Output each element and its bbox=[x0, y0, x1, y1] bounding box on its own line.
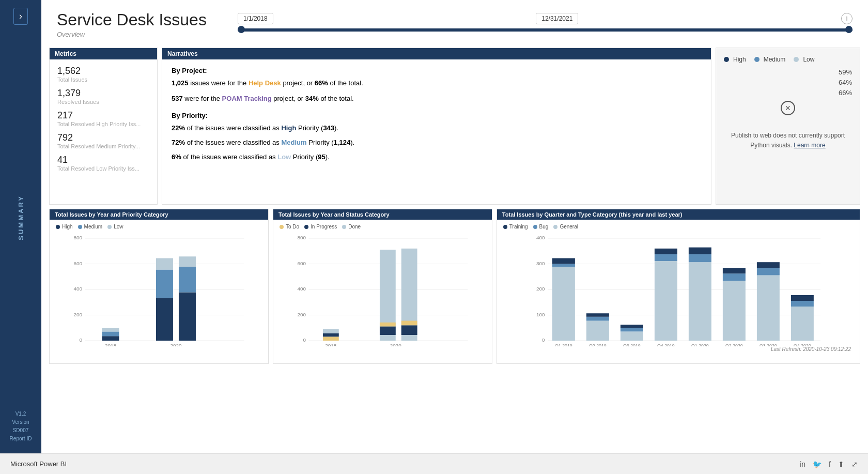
svg-text:Q4 2019: Q4 2019 bbox=[657, 343, 675, 346]
p1-count: 343 bbox=[323, 124, 334, 132]
label-done: Done bbox=[348, 224, 361, 230]
svg-rect-58 bbox=[621, 331, 643, 341]
legend-row-high: High Medium Low bbox=[724, 56, 852, 63]
chart2-legend-todo: To Do bbox=[280, 224, 299, 230]
svg-rect-70 bbox=[757, 276, 780, 341]
p2-end: ). bbox=[350, 139, 354, 146]
dot-medium bbox=[78, 225, 82, 229]
date-row: 1/1/2018 12/31/2021 i bbox=[238, 13, 853, 24]
svg-text:300: 300 bbox=[536, 261, 545, 266]
line1-pct: 66% bbox=[315, 79, 328, 87]
label-high: High bbox=[62, 224, 73, 230]
p1-pct: 22% bbox=[172, 124, 185, 132]
line2-end: of the total. bbox=[320, 95, 353, 102]
p1-mid: of the issues were classified as bbox=[187, 124, 282, 132]
line2-count: 537 bbox=[172, 95, 183, 102]
dot-training bbox=[503, 225, 507, 229]
chart1-legend-low: Low bbox=[107, 224, 123, 230]
priority-line-low: 6% of the issues were classified as Low … bbox=[172, 151, 702, 163]
bar-chart-3: 400 300 200 100 0 bbox=[503, 233, 854, 346]
svg-rect-38 bbox=[401, 325, 417, 335]
svg-text:Q4 2020: Q4 2020 bbox=[794, 343, 811, 346]
legend-card: High Medium Low 59% 64% 66% ✕ Publish to… bbox=[716, 48, 860, 205]
date-end[interactable]: 12/31/2021 bbox=[536, 13, 578, 24]
svg-text:Q1 2019: Q1 2019 bbox=[555, 343, 572, 346]
svg-text:2018: 2018 bbox=[325, 343, 337, 346]
p2-count: 1,124 bbox=[334, 139, 351, 146]
legend-dot-low bbox=[794, 57, 799, 62]
close-button[interactable]: ✕ bbox=[781, 101, 795, 115]
narratives-title: Narratives bbox=[162, 48, 711, 59]
priority-line-medium: 72% of the issues were classified as Med… bbox=[172, 137, 702, 148]
svg-rect-74 bbox=[791, 301, 814, 307]
footer-icons: in 🐦 f ⬆ ⤢ bbox=[800, 460, 858, 468]
title-section: Service Desk Issues Overview bbox=[57, 10, 207, 38]
svg-rect-52 bbox=[552, 267, 575, 341]
metric-label: Total Resolved High Priority Iss... bbox=[57, 121, 149, 127]
chart2-legend-inprogress: In Progress bbox=[304, 224, 337, 230]
svg-rect-53 bbox=[552, 264, 575, 267]
line1-end: of the total. bbox=[330, 79, 363, 87]
facebook-icon[interactable]: f bbox=[829, 460, 831, 468]
share-icon[interactable]: ⬆ bbox=[838, 460, 844, 468]
svg-rect-33 bbox=[323, 329, 339, 333]
svg-rect-13 bbox=[156, 298, 173, 341]
range-slider[interactable] bbox=[238, 28, 853, 32]
chart1-title: Total Issues by Year and Priority Catego… bbox=[50, 209, 268, 220]
metric-value: 792 bbox=[57, 132, 149, 143]
svg-text:400: 400 bbox=[297, 286, 306, 292]
bar-chart-svg-2: 800 600 400 200 0 bbox=[280, 233, 486, 346]
metric-resolved-issues: 1,379 Resolved Issues bbox=[57, 88, 149, 105]
sidebar-toggle[interactable]: › bbox=[13, 8, 28, 25]
svg-rect-12 bbox=[102, 328, 119, 332]
svg-text:Q3 2019: Q3 2019 bbox=[623, 343, 641, 346]
p1-end: ). bbox=[334, 124, 338, 132]
chart-type: Total Issues by Quarter and Type Categor… bbox=[497, 209, 860, 364]
poam-link[interactable]: POAM Tracking bbox=[222, 95, 272, 102]
svg-rect-36 bbox=[380, 323, 396, 327]
label-general: General bbox=[560, 224, 578, 230]
dot-low bbox=[107, 225, 112, 229]
metric-label: Total Resolved Low Priority Iss... bbox=[57, 165, 149, 172]
svg-text:200: 200 bbox=[73, 312, 82, 317]
svg-rect-35 bbox=[380, 327, 396, 335]
bar-chart-svg-1: 800 600 400 200 0 bbox=[56, 233, 262, 346]
chart1-legend-high: High bbox=[56, 224, 73, 230]
chart1-legend: High Medium Low bbox=[56, 224, 262, 230]
by-project-heading: By Project: bbox=[172, 67, 702, 74]
chart2-legend: To Do In Progress Done bbox=[280, 224, 486, 230]
legend-label-medium: Medium bbox=[764, 56, 786, 63]
linkedin-icon[interactable]: in bbox=[800, 460, 805, 468]
date-start[interactable]: 1/1/2018 bbox=[238, 13, 273, 24]
publish-error: Publish to web does not currently suppor… bbox=[724, 131, 852, 150]
helpdesk-link[interactable]: Help Desk bbox=[249, 79, 281, 87]
svg-text:200: 200 bbox=[536, 286, 545, 292]
expand-icon[interactable]: ⤢ bbox=[851, 460, 858, 468]
svg-text:800: 800 bbox=[297, 235, 306, 240]
metric-total-issues: 1,562 Total Issues bbox=[57, 66, 149, 83]
line2-mid: were for the bbox=[184, 95, 222, 102]
svg-rect-55 bbox=[586, 321, 609, 341]
svg-rect-72 bbox=[757, 262, 780, 268]
p3-pct: 6% bbox=[172, 153, 181, 161]
svg-rect-16 bbox=[179, 293, 196, 341]
p3-priority: Low bbox=[277, 153, 291, 161]
svg-rect-15 bbox=[156, 258, 173, 270]
metric-low-priority: 41 Total Resolved Low Priority Iss... bbox=[57, 155, 149, 172]
svg-rect-68 bbox=[723, 273, 746, 281]
learn-more-link[interactable]: Learn more bbox=[794, 142, 825, 149]
label-medium: Medium bbox=[84, 224, 103, 230]
metric-label: Resolved Issues bbox=[57, 99, 149, 105]
svg-rect-57 bbox=[586, 313, 609, 317]
line2-suffix: project, or bbox=[273, 95, 305, 102]
p1-priority: High bbox=[281, 124, 296, 132]
dot-todo bbox=[280, 225, 284, 229]
info-icon[interactable]: i bbox=[841, 13, 853, 24]
chart2-title: Total Issues by Year and Status Category bbox=[273, 209, 492, 220]
twitter-icon[interactable]: 🐦 bbox=[813, 460, 822, 468]
legend-label-high: High bbox=[733, 56, 746, 63]
publish-msg: Publish to web does not currently suppor… bbox=[731, 132, 845, 149]
narrative-line-1: 1,025 issues were for the Help Desk proj… bbox=[172, 78, 702, 89]
svg-rect-54 bbox=[552, 258, 575, 264]
p2-mid: of the issues were classified as bbox=[187, 139, 282, 146]
